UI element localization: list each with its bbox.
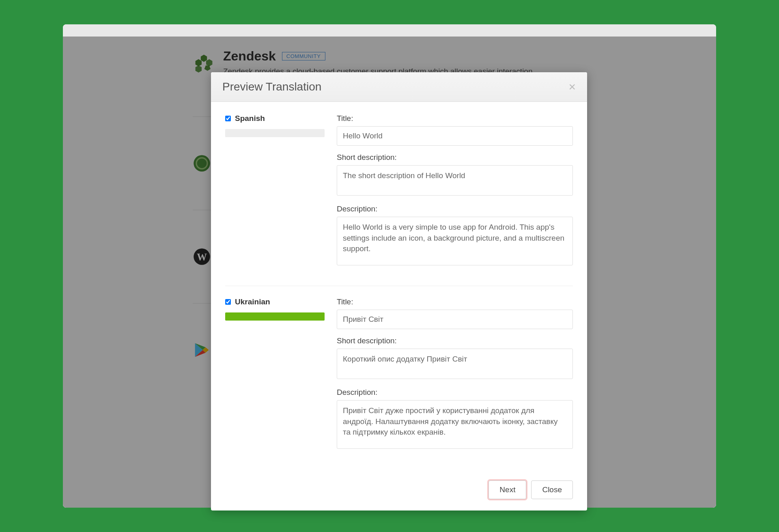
language-section-ukrainian: Ukrainian Title: Short description: Коро…: [225, 297, 573, 469]
progress-bar: [225, 312, 325, 321]
language-sidebar: Spanish: [225, 114, 325, 274]
modal-body: Spanish Title: Short description: The sh…: [211, 102, 587, 473]
field-group-short-description: Short description: The short description…: [337, 153, 573, 197]
title-label: Title:: [337, 114, 573, 123]
next-button[interactable]: Next: [488, 480, 526, 499]
field-group-description: Description: Hello World is a very simpl…: [337, 205, 573, 267]
window-title-bar: [63, 24, 716, 37]
language-checkbox-row: Spanish: [225, 114, 325, 123]
field-group-description: Description: Привіт Світ дуже простий у …: [337, 388, 573, 450]
title-input[interactable]: [337, 126, 573, 146]
language-fields: Title: Short description: Короткий опис …: [337, 297, 573, 458]
language-checkbox[interactable]: [225, 299, 231, 305]
short-description-label: Short description:: [337, 336, 573, 345]
short-description-input[interactable]: The short description of Hello World: [337, 165, 573, 196]
close-button[interactable]: Close: [531, 480, 573, 499]
short-description-label: Short description:: [337, 153, 573, 162]
title-input[interactable]: [337, 310, 573, 329]
field-group-short-description: Short description: Короткий опис додатку…: [337, 336, 573, 381]
language-fields: Title: Short description: The short desc…: [337, 114, 573, 274]
language-checkbox[interactable]: [225, 116, 231, 121]
field-group-title: Title:: [337, 114, 573, 146]
language-section-spanish: Spanish Title: Short description: The sh…: [225, 114, 573, 286]
modal-title: Preview Translation: [222, 80, 321, 93]
description-input[interactable]: Привіт Світ дуже простий у користуванні …: [337, 400, 573, 449]
language-sidebar: Ukrainian: [225, 297, 325, 458]
description-label: Description:: [337, 388, 573, 397]
language-name: Spanish: [235, 114, 265, 123]
title-label: Title:: [337, 297, 573, 306]
language-name: Ukrainian: [235, 297, 270, 306]
short-description-input[interactable]: Короткий опис додатку Привіт Світ: [337, 349, 573, 379]
language-checkbox-row: Ukrainian: [225, 297, 325, 306]
progress-bar: [225, 129, 325, 137]
preview-translation-modal: Preview Translation × Spanish Title:: [211, 72, 587, 510]
field-group-title: Title:: [337, 297, 573, 329]
description-label: Description:: [337, 205, 573, 213]
progress-fill: [225, 312, 325, 321]
modal-footer: Next Close: [211, 473, 587, 510]
close-icon[interactable]: ×: [568, 81, 576, 93]
description-input[interactable]: Hello World is a very simple to use app …: [337, 217, 573, 265]
modal-header: Preview Translation ×: [211, 72, 587, 102]
